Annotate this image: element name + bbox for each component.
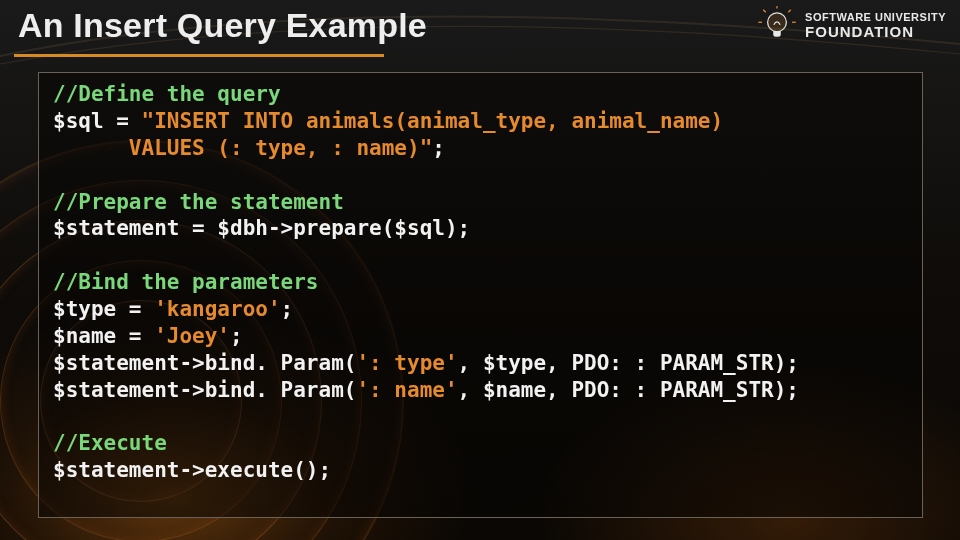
- brand-line-2: FOUNDATION: [805, 24, 946, 40]
- title-underline: [14, 54, 384, 57]
- code-string: 'kangaroo': [154, 297, 280, 321]
- code-text: $statement->bind. Param(: [53, 351, 356, 375]
- code-content: //Define the query $sql = "INSERT INTO a…: [53, 81, 908, 484]
- lightbulb-icon: [757, 6, 797, 46]
- code-string: ': type': [356, 351, 457, 375]
- code-text: ;: [432, 136, 445, 160]
- code-text: $statement = $dbh->prepare($sql);: [53, 216, 470, 240]
- code-comment: //Define the query: [53, 82, 281, 106]
- brand-logo: SOFTWARE UNIVERSITY FOUNDATION: [757, 6, 946, 46]
- code-text: $name =: [53, 324, 154, 348]
- code-text: , $name, PDO: : PARAM_STR);: [458, 378, 799, 402]
- code-string: 'Joey': [154, 324, 230, 348]
- code-string: "INSERT INTO animals(animal_type, animal…: [142, 109, 724, 133]
- code-text: $statement->execute();: [53, 458, 331, 482]
- slide-title: An Insert Query Example: [18, 6, 427, 45]
- svg-line-3: [763, 10, 766, 13]
- code-text: , $type, PDO: : PARAM_STR);: [458, 351, 799, 375]
- code-text: $sql =: [53, 109, 142, 133]
- brand-text: SOFTWARE UNIVERSITY FOUNDATION: [805, 12, 946, 39]
- code-text: ;: [281, 297, 294, 321]
- code-block: //Define the query $sql = "INSERT INTO a…: [38, 72, 923, 518]
- svg-line-4: [788, 10, 791, 13]
- slide: An Insert Query Example SOFTWARE UNIVERS…: [0, 0, 960, 540]
- code-comment: //Execute: [53, 431, 167, 455]
- code-text: $type =: [53, 297, 154, 321]
- code-string: ': name': [356, 378, 457, 402]
- code-text: ;: [230, 324, 243, 348]
- code-comment: //Prepare the statement: [53, 190, 344, 214]
- code-text: $statement->bind. Param(: [53, 378, 356, 402]
- code-comment: //Bind the parameters: [53, 270, 319, 294]
- code-string: VALUES (: type, : name)": [53, 136, 432, 160]
